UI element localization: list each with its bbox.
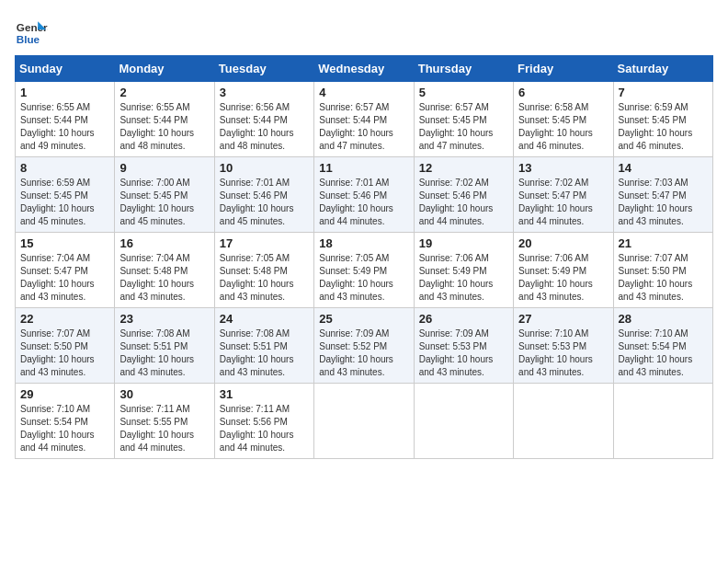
day-info: Sunrise: 7:01 AM Sunset: 5:46 PM Dayligh… — [319, 177, 408, 228]
day-info: Sunrise: 7:08 AM Sunset: 5:51 PM Dayligh… — [119, 327, 209, 379]
day-info: Sunrise: 7:02 AM Sunset: 5:46 PM Dayligh… — [419, 177, 508, 228]
day-info: Sunrise: 6:58 AM Sunset: 5:45 PM Dayligh… — [518, 101, 608, 153]
calendar-cell: 27 Sunrise: 7:10 AM Sunset: 5:53 PM Dayl… — [514, 308, 613, 384]
calendar-cell: 30 Sunrise: 7:11 AM Sunset: 5:55 PM Dayl… — [115, 384, 214, 459]
day-info: Sunrise: 7:05 AM Sunset: 5:48 PM Dayligh… — [220, 252, 309, 304]
column-header-thursday: Thursday — [414, 56, 513, 82]
day-number: 14 — [619, 161, 708, 175]
day-number: 4 — [319, 86, 408, 99]
calendar-cell: 20 Sunrise: 7:06 AM Sunset: 5:49 PM Dayl… — [514, 233, 613, 308]
day-info: Sunrise: 7:03 AM Sunset: 5:47 PM Dayligh… — [619, 177, 708, 228]
day-info: Sunrise: 7:00 AM Sunset: 5:45 PM Dayligh… — [119, 177, 209, 228]
day-info: Sunrise: 7:09 AM Sunset: 5:53 PM Dayligh… — [419, 327, 508, 379]
calendar-cell: 13 Sunrise: 7:02 AM Sunset: 5:47 PM Dayl… — [514, 157, 613, 233]
day-number: 1 — [20, 86, 109, 99]
day-number: 19 — [419, 236, 508, 250]
day-number: 20 — [518, 236, 608, 250]
day-info: Sunrise: 7:07 AM Sunset: 5:50 PM Dayligh… — [619, 252, 708, 304]
day-info: Sunrise: 6:57 AM Sunset: 5:45 PM Dayligh… — [419, 101, 508, 153]
day-info: Sunrise: 6:59 AM Sunset: 5:45 PM Dayligh… — [619, 101, 708, 153]
calendar-cell — [314, 384, 414, 459]
day-info: Sunrise: 6:57 AM Sunset: 5:44 PM Dayligh… — [319, 101, 408, 153]
day-number: 26 — [419, 312, 508, 326]
day-info: Sunrise: 7:07 AM Sunset: 5:50 PM Dayligh… — [20, 327, 109, 379]
day-info: Sunrise: 7:01 AM Sunset: 5:46 PM Dayligh… — [220, 177, 309, 228]
calendar-cell: 5 Sunrise: 6:57 AM Sunset: 5:45 PM Dayli… — [414, 82, 513, 157]
day-number: 11 — [319, 161, 408, 175]
day-info: Sunrise: 7:11 AM Sunset: 5:55 PM Dayligh… — [119, 403, 209, 454]
day-number: 7 — [619, 86, 708, 99]
calendar-table: SundayMondayTuesdayWednesdayThursdayFrid… — [15, 55, 713, 459]
column-header-saturday: Saturday — [613, 56, 712, 82]
day-number: 31 — [220, 387, 309, 401]
week-row-4: 22 Sunrise: 7:07 AM Sunset: 5:50 PM Dayl… — [16, 308, 713, 384]
calendar-cell: 17 Sunrise: 7:05 AM Sunset: 5:48 PM Dayl… — [214, 233, 313, 308]
week-row-3: 15 Sunrise: 7:04 AM Sunset: 5:47 PM Dayl… — [16, 233, 713, 308]
day-number: 10 — [220, 161, 309, 175]
day-info: Sunrise: 7:10 AM Sunset: 5:54 PM Dayligh… — [619, 327, 708, 379]
calendar-cell: 8 Sunrise: 6:59 AM Sunset: 5:45 PM Dayli… — [16, 157, 115, 233]
calendar-cell: 28 Sunrise: 7:10 AM Sunset: 5:54 PM Dayl… — [613, 308, 712, 384]
calendar-cell: 16 Sunrise: 7:04 AM Sunset: 5:48 PM Dayl… — [115, 233, 214, 308]
header: General Blue — [15, 15, 713, 48]
day-info: Sunrise: 7:09 AM Sunset: 5:52 PM Dayligh… — [319, 327, 408, 379]
day-info: Sunrise: 7:02 AM Sunset: 5:47 PM Dayligh… — [518, 177, 608, 228]
day-info: Sunrise: 7:11 AM Sunset: 5:56 PM Dayligh… — [220, 403, 309, 454]
column-header-wednesday: Wednesday — [314, 56, 414, 82]
day-number: 22 — [20, 312, 109, 326]
day-info: Sunrise: 7:10 AM Sunset: 5:53 PM Dayligh… — [518, 327, 608, 379]
day-number: 29 — [20, 387, 109, 401]
day-number: 18 — [319, 236, 408, 250]
day-info: Sunrise: 7:04 AM Sunset: 5:48 PM Dayligh… — [119, 252, 209, 304]
day-number: 24 — [220, 312, 309, 326]
calendar-cell: 9 Sunrise: 7:00 AM Sunset: 5:45 PM Dayli… — [115, 157, 214, 233]
day-info: Sunrise: 6:55 AM Sunset: 5:44 PM Dayligh… — [119, 101, 209, 153]
calendar-cell: 12 Sunrise: 7:02 AM Sunset: 5:46 PM Dayl… — [414, 157, 513, 233]
calendar-cell: 31 Sunrise: 7:11 AM Sunset: 5:56 PM Dayl… — [214, 384, 313, 459]
calendar-cell: 25 Sunrise: 7:09 AM Sunset: 5:52 PM Dayl… — [314, 308, 414, 384]
week-row-2: 8 Sunrise: 6:59 AM Sunset: 5:45 PM Dayli… — [16, 157, 713, 233]
calendar-cell: 14 Sunrise: 7:03 AM Sunset: 5:47 PM Dayl… — [613, 157, 712, 233]
calendar-cell: 3 Sunrise: 6:56 AM Sunset: 5:44 PM Dayli… — [214, 82, 313, 157]
calendar-cell: 24 Sunrise: 7:08 AM Sunset: 5:51 PM Dayl… — [214, 308, 313, 384]
calendar-cell: 15 Sunrise: 7:04 AM Sunset: 5:47 PM Dayl… — [16, 233, 115, 308]
svg-text:Blue: Blue — [17, 33, 40, 45]
column-header-tuesday: Tuesday — [214, 56, 313, 82]
logo: General Blue — [15, 15, 48, 48]
calendar-cell — [514, 384, 613, 459]
week-row-1: 1 Sunrise: 6:55 AM Sunset: 5:44 PM Dayli… — [16, 82, 713, 157]
calendar-cell: 23 Sunrise: 7:08 AM Sunset: 5:51 PM Dayl… — [115, 308, 214, 384]
day-info: Sunrise: 7:08 AM Sunset: 5:51 PM Dayligh… — [220, 327, 309, 379]
day-number: 25 — [319, 312, 408, 326]
day-number: 27 — [518, 312, 608, 326]
column-header-monday: Monday — [115, 56, 214, 82]
day-number: 13 — [518, 161, 608, 175]
column-header-sunday: Sunday — [16, 56, 115, 82]
day-info: Sunrise: 7:06 AM Sunset: 5:49 PM Dayligh… — [419, 252, 508, 304]
day-number: 21 — [619, 236, 708, 250]
calendar-cell: 11 Sunrise: 7:01 AM Sunset: 5:46 PM Dayl… — [314, 157, 414, 233]
day-number: 30 — [119, 387, 209, 401]
day-number: 6 — [518, 86, 608, 99]
column-header-friday: Friday — [514, 56, 613, 82]
day-info: Sunrise: 6:59 AM Sunset: 5:45 PM Dayligh… — [20, 177, 109, 228]
calendar-cell — [414, 384, 513, 459]
calendar-cell: 18 Sunrise: 7:05 AM Sunset: 5:49 PM Dayl… — [314, 233, 414, 308]
calendar-cell — [613, 384, 712, 459]
day-number: 3 — [220, 86, 309, 99]
calendar-cell: 26 Sunrise: 7:09 AM Sunset: 5:53 PM Dayl… — [414, 308, 513, 384]
day-number: 8 — [20, 161, 109, 175]
day-number: 2 — [119, 86, 209, 99]
week-row-5: 29 Sunrise: 7:10 AM Sunset: 5:54 PM Dayl… — [16, 384, 713, 459]
day-number: 16 — [119, 236, 209, 250]
day-info: Sunrise: 7:04 AM Sunset: 5:47 PM Dayligh… — [20, 252, 109, 304]
calendar-cell: 21 Sunrise: 7:07 AM Sunset: 5:50 PM Dayl… — [613, 233, 712, 308]
day-number: 12 — [419, 161, 508, 175]
day-info: Sunrise: 7:05 AM Sunset: 5:49 PM Dayligh… — [319, 252, 408, 304]
calendar-cell: 22 Sunrise: 7:07 AM Sunset: 5:50 PM Dayl… — [16, 308, 115, 384]
calendar-cell: 4 Sunrise: 6:57 AM Sunset: 5:44 PM Dayli… — [314, 82, 414, 157]
day-number: 23 — [119, 312, 209, 326]
calendar-cell: 19 Sunrise: 7:06 AM Sunset: 5:49 PM Dayl… — [414, 233, 513, 308]
calendar-cell: 10 Sunrise: 7:01 AM Sunset: 5:46 PM Dayl… — [214, 157, 313, 233]
calendar-cell: 6 Sunrise: 6:58 AM Sunset: 5:45 PM Dayli… — [514, 82, 613, 157]
